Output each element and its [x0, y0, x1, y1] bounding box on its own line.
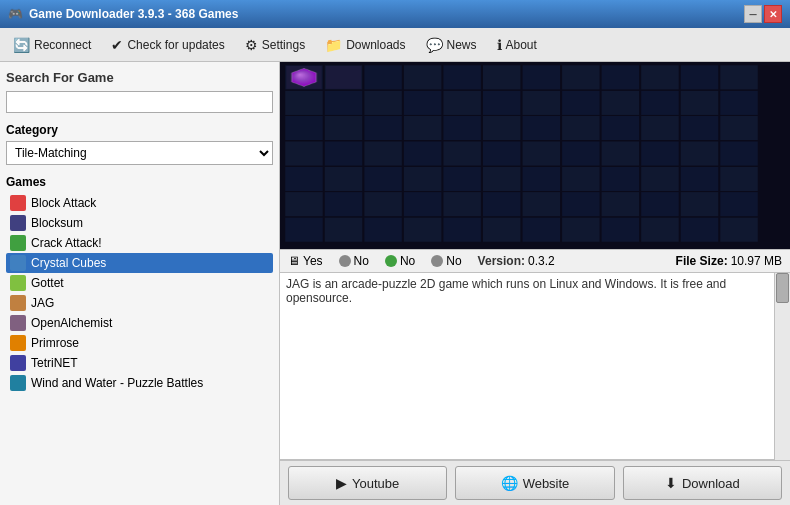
main-area: Search For Game Category Tile-Matching A…: [0, 62, 790, 505]
category-select[interactable]: Tile-Matching Action Arcade Puzzle Strat…: [6, 141, 273, 165]
titlebar-left: 🎮 Game Downloader 3.9.3 - 368 Games: [8, 7, 238, 21]
game-icon: [10, 355, 26, 371]
downloads-button[interactable]: 📁 Downloads: [316, 33, 414, 57]
game-icon: [10, 335, 26, 351]
game-item[interactable]: Crystal Cubes: [6, 253, 273, 273]
game-name: Gottet: [31, 276, 64, 290]
game-item[interactable]: Block Attack: [6, 193, 273, 213]
filesize-label: File Size:: [676, 254, 728, 268]
download-button[interactable]: ⬇ Download: [623, 466, 782, 500]
website-icon: 🌐: [501, 475, 518, 491]
news-label: News: [447, 38, 477, 52]
linux-yes: Yes: [303, 254, 323, 268]
game-name: Wind and Water - Puzzle Battles: [31, 376, 203, 390]
linux-info: 🖥 Yes: [288, 254, 323, 268]
category-label: Category: [6, 123, 273, 137]
search-label: Search For Game: [6, 70, 273, 85]
action-bar: ▶ Youtube 🌐 Website ⬇ Download: [280, 460, 790, 505]
reconnect-label: Reconnect: [34, 38, 91, 52]
about-icon: ℹ: [497, 37, 502, 53]
website-button[interactable]: 🌐 Website: [455, 466, 614, 500]
win-icon: [339, 255, 351, 267]
youtube-button[interactable]: ▶ Youtube: [288, 466, 447, 500]
game-icon: [10, 375, 26, 391]
game-icon: [10, 315, 26, 331]
settings-icon: ⚙: [245, 37, 258, 53]
minimize-button[interactable]: ─: [744, 5, 762, 23]
mac-icon: [385, 255, 397, 267]
close-button[interactable]: ✕: [764, 5, 782, 23]
toolbar: 🔄 Reconnect ✔ Check for updates ⚙ Settin…: [0, 28, 790, 62]
screenshot-area: [280, 62, 790, 249]
checkupdates-label: Check for updates: [127, 38, 224, 52]
linux-icon: 🖥: [288, 254, 300, 268]
games-label: Games: [6, 175, 273, 189]
mac-info: No: [385, 254, 415, 268]
version-value: 0.3.2: [528, 254, 555, 268]
filesize-info: File Size: 10.97 MB: [656, 254, 782, 268]
downloads-label: Downloads: [346, 38, 405, 52]
content-area: 🖥 Yes No No No Version: 0.3.2 File Size:: [280, 62, 790, 505]
game-icon: [10, 215, 26, 231]
about-label: About: [506, 38, 537, 52]
game-item[interactable]: Primrose: [6, 333, 273, 353]
settings-label: Settings: [262, 38, 305, 52]
game-name: OpenAlchemist: [31, 316, 112, 330]
game-icon: [10, 255, 26, 271]
other-icon: [431, 255, 443, 267]
reconnect-icon: 🔄: [13, 37, 30, 53]
titlebar-controls: ─ ✕: [744, 5, 782, 23]
app-icon: 🎮: [8, 7, 23, 21]
website-label: Website: [523, 476, 570, 491]
win-no: No: [354, 254, 369, 268]
settings-button[interactable]: ⚙ Settings: [236, 33, 314, 57]
game-icon: [10, 295, 26, 311]
game-item[interactable]: Crack Attack!: [6, 233, 273, 253]
game-name: Blocksum: [31, 216, 83, 230]
downloads-icon: 📁: [325, 37, 342, 53]
download-icon: ⬇: [665, 475, 677, 491]
game-item[interactable]: TetriNET: [6, 353, 273, 373]
game-icon: [10, 235, 26, 251]
game-icon: [10, 275, 26, 291]
game-name: Primrose: [31, 336, 79, 350]
search-input[interactable]: [6, 91, 273, 113]
game-name: Block Attack: [31, 196, 96, 210]
win-info: No: [339, 254, 369, 268]
description-text: JAG is an arcade-puzzle 2D game which ru…: [280, 273, 790, 460]
games-list: Block AttackBlocksumCrack Attack!Crystal…: [6, 193, 273, 393]
download-label: Download: [682, 476, 740, 491]
game-name: Crack Attack!: [31, 236, 102, 250]
reconnect-button[interactable]: 🔄 Reconnect: [4, 33, 100, 57]
game-item[interactable]: Wind and Water - Puzzle Battles: [6, 373, 273, 393]
version-info: Version: 0.3.2: [478, 254, 555, 268]
description-content: JAG is an arcade-puzzle 2D game which ru…: [286, 277, 726, 305]
filesize-value: 10.97 MB: [731, 254, 782, 268]
game-name: TetriNET: [31, 356, 78, 370]
news-icon: 💬: [426, 37, 443, 53]
game-name: JAG: [31, 296, 54, 310]
youtube-label: Youtube: [352, 476, 399, 491]
checkupdates-button[interactable]: ✔ Check for updates: [102, 33, 233, 57]
app-title: Game Downloader 3.9.3 - 368 Games: [29, 7, 238, 21]
info-bar: 🖥 Yes No No No Version: 0.3.2 File Size:: [280, 249, 790, 273]
game-item[interactable]: Gottet: [6, 273, 273, 293]
game-item[interactable]: Blocksum: [6, 213, 273, 233]
about-button[interactable]: ℹ About: [488, 33, 546, 57]
game-item[interactable]: OpenAlchemist: [6, 313, 273, 333]
game-screenshot: [280, 62, 790, 249]
checkupdates-icon: ✔: [111, 37, 123, 53]
scroll-thumb[interactable]: [776, 273, 789, 303]
game-item[interactable]: JAG: [6, 293, 273, 313]
scrollbar[interactable]: [774, 273, 790, 460]
news-button[interactable]: 💬 News: [417, 33, 486, 57]
titlebar: 🎮 Game Downloader 3.9.3 - 368 Games ─ ✕: [0, 0, 790, 28]
version-label: Version:: [478, 254, 525, 268]
description-wrapper: JAG is an arcade-puzzle 2D game which ru…: [280, 273, 790, 460]
other-no: No: [446, 254, 461, 268]
other-info: No: [431, 254, 461, 268]
mac-no: No: [400, 254, 415, 268]
game-icon: [10, 195, 26, 211]
game-name: Crystal Cubes: [31, 256, 106, 270]
sidebar: Search For Game Category Tile-Matching A…: [0, 62, 280, 505]
